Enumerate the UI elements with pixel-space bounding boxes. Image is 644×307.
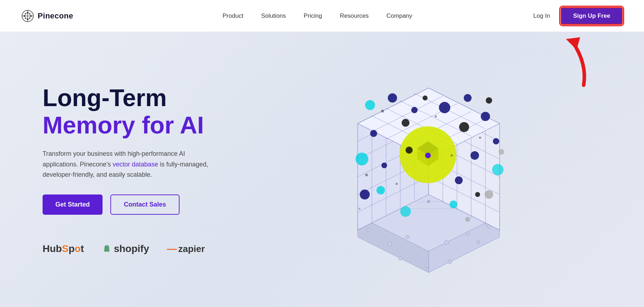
hero-description: Transform your business with high-perfor…: [43, 149, 220, 180]
shopify-text: shopify: [114, 243, 149, 254]
svg-point-8: [29, 17, 31, 19]
nav-resources[interactable]: Resources: [340, 12, 369, 20]
svg-point-57: [400, 206, 411, 217]
svg-point-70: [455, 176, 463, 184]
svg-point-58: [450, 201, 457, 208]
nav-product[interactable]: Product: [222, 12, 243, 20]
svg-point-80: [381, 110, 384, 113]
svg-point-81: [435, 115, 437, 117]
nav-right: Log In Sign Up Free: [533, 7, 623, 25]
svg-point-79: [465, 217, 470, 222]
svg-point-62: [439, 102, 450, 113]
svg-point-5: [25, 13, 26, 15]
svg-point-69: [360, 190, 370, 199]
svg-point-82: [479, 137, 481, 139]
hero-title-line1: Long-Term: [43, 84, 255, 111]
hero-title-line2: Memory for AI: [43, 111, 255, 139]
svg-point-78: [499, 149, 504, 155]
login-link[interactable]: Log In: [533, 12, 550, 20]
svg-point-16: [387, 242, 392, 246]
svg-point-20: [477, 241, 480, 244]
svg-point-64: [481, 112, 490, 121]
svg-point-25: [398, 257, 402, 260]
svg-point-71: [402, 119, 409, 127]
brand-logos: HubSpot shopify — zapier: [43, 243, 255, 254]
svg-point-63: [464, 94, 472, 102]
svg-point-86: [358, 208, 360, 210]
svg-point-7: [25, 17, 26, 19]
svg-point-17: [406, 235, 409, 239]
svg-point-65: [493, 138, 499, 144]
svg-point-76: [475, 192, 480, 197]
svg-point-59: [492, 164, 503, 175]
svg-point-6: [29, 13, 31, 15]
svg-point-23: [425, 264, 429, 267]
svg-point-19: [466, 232, 469, 235]
svg-point-68: [381, 163, 387, 168]
nav-company[interactable]: Company: [386, 12, 412, 20]
svg-point-67: [370, 130, 377, 137]
shopify-icon: [102, 244, 112, 254]
svg-point-18: [444, 240, 448, 245]
svg-point-66: [470, 151, 479, 160]
svg-point-87: [427, 200, 430, 203]
svg-point-77: [485, 190, 493, 199]
hubspot-logo: HubSpot: [43, 243, 84, 254]
svg-point-21: [367, 228, 370, 232]
shopify-logo: shopify: [102, 243, 149, 254]
hero-visualization: [255, 45, 601, 280]
nav-solutions[interactable]: Solutions: [261, 12, 286, 20]
svg-point-75: [406, 147, 413, 154]
svg-point-55: [356, 153, 368, 165]
logo-text: Pinecone: [38, 11, 73, 21]
svg-point-60: [388, 93, 397, 103]
get-started-button[interactable]: Get Started: [43, 194, 103, 215]
zapier-dash: —: [167, 243, 177, 254]
svg-point-61: [411, 107, 418, 113]
svg-point-83: [365, 174, 368, 176]
svg-point-24: [448, 260, 452, 264]
zapier-logo: — zapier: [167, 243, 205, 254]
red-arrow-annotation: [555, 35, 598, 92]
hubspot-dot: S: [62, 243, 68, 254]
svg-point-73: [459, 122, 469, 132]
hubspot-dot2: o: [75, 243, 81, 254]
contact-sales-button[interactable]: Contact Sales: [110, 194, 180, 215]
pinecone-logo-icon: [21, 10, 34, 22]
isometric-cube-svg: [304, 45, 553, 280]
logo-area[interactable]: Pinecone: [21, 10, 73, 22]
svg-point-56: [376, 186, 385, 194]
hero-section: Long-Term Memory for AI Transform your b…: [0, 32, 644, 307]
svg-point-85: [451, 154, 453, 157]
nav-pricing[interactable]: Pricing: [304, 12, 322, 20]
vector-database-link[interactable]: vector database: [113, 161, 158, 168]
svg-point-53: [425, 153, 431, 158]
signup-button[interactable]: Sign Up Free: [561, 7, 623, 25]
hero-buttons: Get Started Contact Sales: [43, 194, 255, 215]
svg-point-84: [396, 183, 398, 185]
zapier-text: zapier: [178, 243, 205, 254]
svg-point-74: [486, 97, 492, 104]
svg-point-54: [365, 100, 375, 110]
nav-links: Product Solutions Pricing Resources Comp…: [101, 12, 533, 20]
hero-content: Long-Term Memory for AI Transform your b…: [43, 84, 255, 254]
svg-point-72: [423, 95, 428, 100]
navbar: Pinecone Product Solutions Pricing Resou…: [0, 0, 644, 32]
